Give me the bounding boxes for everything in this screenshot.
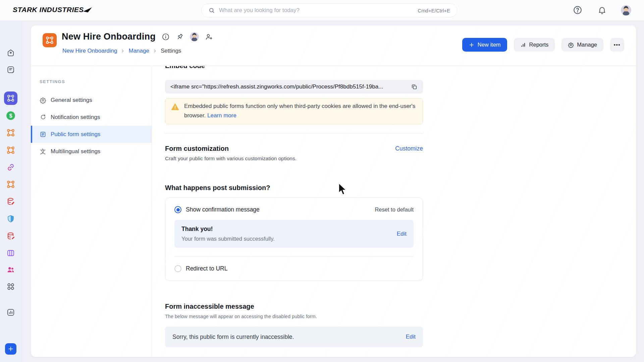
public-form-icon — [40, 131, 46, 138]
edit-confirmation-link[interactable]: Edit — [397, 231, 407, 237]
breadcrumb-process-link[interactable]: New Hire Onboarding — [62, 48, 117, 54]
nav-item-label: Public form settings — [51, 131, 100, 138]
gear-edit-icon — [568, 42, 574, 48]
warning-triangle-icon — [171, 103, 179, 111]
process-orange-icon-3[interactable] — [6, 180, 15, 189]
logo-text: STARK INDUSTRIES — [13, 6, 84, 14]
confirmation-title: Thank you! — [181, 226, 275, 233]
new-item-label: New item — [478, 42, 501, 48]
post-submission-card: Show confirmation message Reset to defau… — [165, 197, 423, 281]
boards-columns-icon[interactable] — [6, 249, 15, 257]
home-icon[interactable] — [6, 49, 15, 57]
ellipsis-icon: ••• — [614, 42, 621, 48]
settings-nav: SETTINGS General settings Notification s… — [31, 66, 152, 357]
confirmation-body: Your form was submitted successfully. — [181, 236, 275, 242]
process-orange-icon-1[interactable] — [6, 128, 15, 137]
add-member-icon[interactable] — [205, 33, 213, 41]
create-new-plus-icon[interactable] — [5, 343, 16, 355]
gear-icon — [40, 97, 46, 104]
info-icon[interactable] — [162, 33, 170, 41]
billing-dollar-icon[interactable]: $ — [6, 111, 15, 120]
nav-item-label: Multilingual settings — [51, 148, 100, 155]
app-screen: STARK INDUSTRIES What are you looking fo… — [0, 0, 644, 362]
connections-link-icon[interactable] — [6, 163, 15, 172]
reports-button[interactable]: Reports — [514, 38, 555, 52]
dataset-red-icon-2[interactable] — [6, 232, 15, 240]
settings-content: Embed code <iframe src="https://refresh.… — [152, 66, 636, 357]
search-icon — [208, 7, 215, 14]
dataset-red-icon-1[interactable] — [6, 197, 15, 206]
app-rail: $ — [0, 20, 22, 362]
confirmation-message-panel: Thank you! Your form was submitted succe… — [174, 220, 414, 248]
inaccessible-message: Sorry, this public form is currently ina… — [172, 334, 294, 341]
plus-icon — [469, 42, 475, 48]
option-divider — [174, 256, 414, 257]
option-redirect-label: Redirect to URL — [186, 265, 228, 272]
embed-code-heading: Embed code — [165, 66, 423, 70]
inaccessible-message-panel: Sorry, this public form is currently ina… — [165, 326, 423, 347]
search-placeholder: What are you looking for today? — [219, 7, 418, 14]
post-submission-heading: What happens post submission? — [165, 184, 423, 192]
radio-show-confirmation[interactable] — [174, 206, 181, 213]
analytics-icon[interactable] — [6, 308, 15, 317]
process-header: New Hire Onboarding New Hire Onboarding … — [31, 25, 636, 66]
page-title: New Hire Onboarding — [62, 32, 156, 42]
process-orange-icon-2[interactable] — [6, 146, 15, 155]
header-actions: New item Reports Manage ••• — [462, 38, 624, 52]
forms-icon[interactable] — [6, 65, 15, 74]
bar-chart-icon — [520, 42, 526, 48]
breadcrumb: New Hire Onboarding Manage Settings — [62, 48, 181, 54]
form-customization-heading: Form customization — [165, 145, 229, 153]
nav-item-public-form-settings[interactable]: Public form settings — [31, 126, 152, 143]
inaccessible-heading: Form inaccessible message — [165, 303, 423, 310]
inaccessible-description: The below message will appear on accessi… — [165, 314, 423, 319]
user-avatar[interactable] — [621, 5, 631, 15]
multilingual-icon: 文 — [40, 147, 46, 156]
embed-code-value: <iframe src="https://refresh.assist.zing… — [170, 83, 411, 90]
nav-item-multilingual-settings[interactable]: 文 Multilingual settings — [31, 143, 152, 160]
search-shortcut: Cmd+E/Ctrl+E — [418, 8, 450, 13]
stark-industries-logo: STARK INDUSTRIES — [13, 6, 93, 14]
reset-to-default-button[interactable]: Reset to default — [375, 206, 414, 213]
breadcrumb-manage-link[interactable]: Manage — [128, 48, 149, 54]
copy-icon[interactable] — [411, 83, 418, 90]
apps-grid-icon[interactable] — [6, 282, 15, 291]
logo-swoosh-icon — [83, 7, 93, 12]
reports-label: Reports — [529, 42, 549, 48]
learn-more-link[interactable]: Learn more — [207, 112, 236, 119]
customize-link[interactable]: Customize — [395, 145, 423, 152]
settings-section-label: SETTINGS — [31, 79, 152, 84]
edit-inaccessible-link[interactable]: Edit — [406, 334, 416, 340]
nav-item-label: Notification settings — [51, 114, 100, 121]
chevron-right-icon — [120, 49, 125, 53]
cookies-warning-banner: Embedded public forms function only when… — [165, 98, 423, 124]
card-body: SETTINGS General settings Notification s… — [31, 66, 636, 357]
pin-icon[interactable] — [176, 33, 184, 41]
security-shield-icon[interactable] — [6, 215, 15, 223]
radio-redirect-url[interactable] — [174, 265, 181, 272]
nav-item-general-settings[interactable]: General settings — [31, 92, 152, 109]
chevron-right-icon — [153, 49, 157, 53]
svg-text:$: $ — [9, 113, 12, 119]
assignee-avatar[interactable] — [190, 32, 199, 41]
manage-button[interactable]: Manage — [561, 38, 603, 52]
notification-icon — [40, 114, 46, 121]
nav-item-notification-settings[interactable]: Notification settings — [31, 109, 152, 126]
nav-item-label: General settings — [51, 97, 92, 104]
top-bar: STARK INDUSTRIES What are you looking fo… — [0, 0, 644, 20]
global-search[interactable]: What are you looking for today? Cmd+E/Ct… — [201, 3, 457, 17]
new-item-button[interactable]: New item — [462, 38, 507, 52]
breadcrumb-current: Settings — [161, 48, 181, 54]
manage-label: Manage — [577, 42, 597, 48]
form-customization-description: Craft your public form with various cust… — [165, 156, 423, 162]
option-confirmation-label: Show confirmation message — [186, 206, 260, 213]
main-card: New Hire Onboarding New Hire Onboarding … — [31, 25, 636, 357]
process-app-icon — [43, 33, 57, 47]
notifications-bell-icon[interactable] — [597, 5, 607, 15]
more-actions-button[interactable]: ••• — [610, 38, 624, 52]
section-divider — [165, 133, 423, 134]
people-icon[interactable] — [6, 265, 15, 274]
process-active-icon[interactable] — [4, 92, 17, 105]
help-icon[interactable] — [573, 5, 582, 15]
embed-code-field[interactable]: <iframe src="https://refresh.assist.zing… — [165, 80, 423, 94]
